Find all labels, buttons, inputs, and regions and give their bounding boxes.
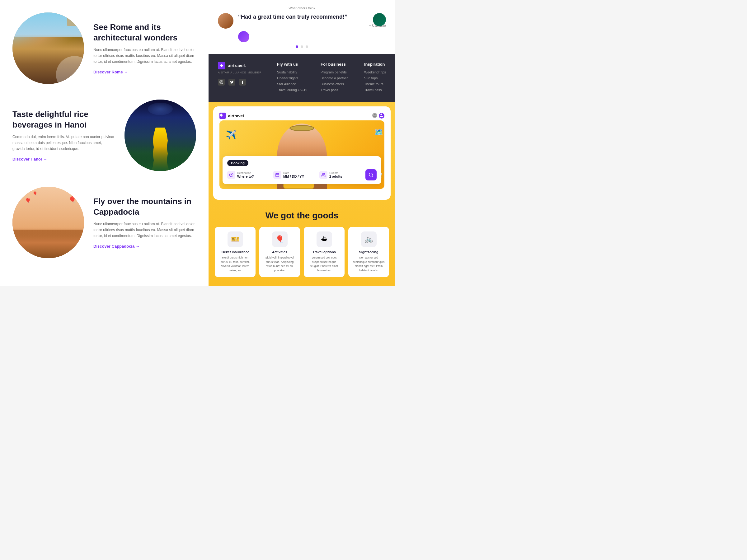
destination-label: Destination <box>237 171 254 175</box>
date-content: Date MM / DD / YY <box>283 171 304 178</box>
footer-business-program[interactable]: Program benefits <box>320 70 361 74</box>
app-showcase: airtravel. <box>213 106 391 200</box>
svg-rect-7 <box>276 173 279 177</box>
goods-item-ticket: 🎫 Ticket insurrance Morbi purus nibh non… <box>215 227 256 277</box>
ticket-title: Ticket insurrance <box>218 250 252 254</box>
app-logo-row: airtravel. <box>220 113 245 119</box>
app-logo-icon <box>220 113 226 119</box>
svg-point-2 <box>222 81 223 82</box>
footer-nav: airtravel. A STAR ALLIANCE MEMBER <box>209 54 395 102</box>
footer-fly-covid[interactable]: Travel during CV-19 <box>277 88 317 92</box>
search-icon <box>368 172 374 177</box>
app-user-icon-2[interactable] <box>379 113 384 118</box>
footer-fly-title: Fly with us <box>277 62 317 66</box>
date-field: Date MM / DD / YY <box>273 171 317 179</box>
travel-options-icon: ⛴ <box>316 232 332 247</box>
guests-field: Guests 2 adults <box>319 171 363 179</box>
sightseeing-desc: Non auctor sed scelerisque curabitur qui… <box>352 256 385 272</box>
footer-fly-star-alliance[interactable]: Star Alliance <box>277 82 317 86</box>
footer-col-inspiration: Inspiration Weekend trips Sun trips Them… <box>364 62 395 94</box>
rome-image <box>12 12 84 84</box>
activities-desc: Sit id velit imperdiet vel purus vitae. … <box>263 256 296 272</box>
footer-business-offers[interactable]: Business offers <box>320 82 361 86</box>
footer-grid: airtravel. A STAR ALLIANCE MEMBER <box>218 62 386 94</box>
colosseum-decoration <box>67 17 79 26</box>
cappadocia-title: Fly over the mountains in Cappadocia <box>93 196 196 217</box>
booking-card: Booking Destination Where to? <box>223 156 381 184</box>
app-user-icon-1[interactable] <box>372 113 377 118</box>
goods-title: We got the goods <box>215 211 389 220</box>
testimonial-quote: “Had a great time can truly recommend!” <box>238 13 386 21</box>
balloon-5: 🎈 <box>75 191 81 197</box>
destination-icon <box>227 171 235 179</box>
footer-logo-sub: A STAR ALLIANCE MEMBER <box>218 71 274 74</box>
facebook-icon[interactable] <box>239 79 246 85</box>
dot-2[interactable] <box>301 46 303 48</box>
footer-inspiration-theme[interactable]: Theme tours <box>364 82 395 86</box>
hanoi-discover-link[interactable]: Discover Hanoi → <box>12 157 115 161</box>
user-icon <box>372 113 377 118</box>
activities-title: Activities <box>263 250 296 254</box>
hanoi-description: Commodo dui, enim lorem felis. Vulputate… <box>12 134 115 152</box>
plane-left-icon: ✈️ <box>226 130 236 140</box>
footer-fly-charter[interactable]: Charter flights <box>277 76 317 80</box>
footer-business-travel-pass[interactable]: Travel pass <box>320 88 361 92</box>
instagram-icon[interactable] <box>218 79 225 85</box>
svg-point-8 <box>322 173 324 175</box>
rome-description: Nunc ullamcorper faucibus eu nullam at. … <box>93 47 196 65</box>
calendar-svg <box>275 173 280 177</box>
footer-col-business: For business Program benefits Become a p… <box>320 62 361 94</box>
footer-inspiration-travel-pass[interactable]: Travel pass <box>364 88 395 92</box>
goods-item-activities: 🎈 Activities Sit id velit imperdiet vel … <box>259 227 300 277</box>
footer-social <box>218 79 274 85</box>
app-hero-image: ✈️ 🗺️ ☕ Booking Destination Where to <box>220 121 384 189</box>
cappadocia-description: Nunc ullamcorper faucibus eu nullam at. … <box>93 221 196 239</box>
date-value[interactable]: MM / DD / YY <box>283 175 304 178</box>
right-panel: What others think “Had a great time can … <box>209 0 395 286</box>
dot-1[interactable] <box>296 46 298 48</box>
guests-svg <box>321 173 326 177</box>
caroline-avatar <box>218 13 233 29</box>
footer-fly-sustainability[interactable]: Sustainability <box>277 70 317 74</box>
search-button[interactable] <box>365 169 377 181</box>
date-label: Date <box>283 171 304 175</box>
guests-icon <box>319 171 328 179</box>
footer-business-partner[interactable]: Become a partner <box>320 76 361 80</box>
footer-logo-row: airtravel. <box>218 62 274 70</box>
destination-value[interactable]: Where to? <box>237 175 254 178</box>
rome-title: See Rome and its architectural wonders <box>93 22 196 43</box>
footer-inspiration-sun[interactable]: Sun trips <box>364 76 395 80</box>
destination-cappadocia: 🎈 🎈 🎈 🎈 🎈 Fly over the mountains in Capp… <box>12 187 196 258</box>
dot-3[interactable] <box>306 46 308 48</box>
footer-business-title: For business <box>320 62 361 66</box>
signpost-icon: 🗺️ <box>375 128 383 136</box>
twitter-icon[interactable] <box>229 79 235 85</box>
rome-text: See Rome and its architectural wonders N… <box>93 22 196 74</box>
hanoi-title: Taste delightful rice beverages in Hanoi <box>12 109 115 130</box>
svg-point-9 <box>369 173 372 177</box>
booking-label: Booking <box>227 160 248 166</box>
sightseeing-icon: 🚲 <box>361 232 377 247</box>
hanoi-text: Taste delightful rice beverages in Hanoi… <box>12 109 115 161</box>
cappadocia-discover-link[interactable]: Discover Cappadocia → <box>93 244 196 248</box>
user-icon-2 <box>379 113 384 118</box>
guests-value[interactable]: 2 adults <box>329 175 342 178</box>
guests-label: Guests <box>329 171 342 175</box>
testimonial-text: “Had a great time can truly recommend!” … <box>238 13 386 28</box>
travel-options-title: Travel options <box>308 250 341 254</box>
goods-item-travel-options: ⛴ Travel options Lorem sed orci eget sus… <box>304 227 344 277</box>
footer-logo-text: airtravel. <box>228 63 246 68</box>
rome-discover-link[interactable]: Discover Rome → <box>93 70 196 74</box>
app-header: airtravel. <box>220 113 384 119</box>
footer-inspiration-weekend[interactable]: Weekend trips <box>364 70 395 74</box>
testimonial-author: – Caroline <box>238 23 386 28</box>
ticket-desc: Morbi purus nibh non purus, eu felis, po… <box>218 256 252 272</box>
footer-inspiration-title: Inspiration <box>364 62 395 66</box>
svg-rect-0 <box>220 81 223 84</box>
guests-content: Guests 2 adults <box>329 171 342 178</box>
testimonial-dots <box>218 46 386 48</box>
footer-col-fly: Fly with us Sustainability Charter fligh… <box>277 62 317 94</box>
goods-item-sightseeing: 🚲 Sightseeing Non auctor sed scelerisque… <box>348 227 389 277</box>
destination-svg <box>229 173 233 177</box>
destination-field: Destination Where to? <box>227 171 271 179</box>
